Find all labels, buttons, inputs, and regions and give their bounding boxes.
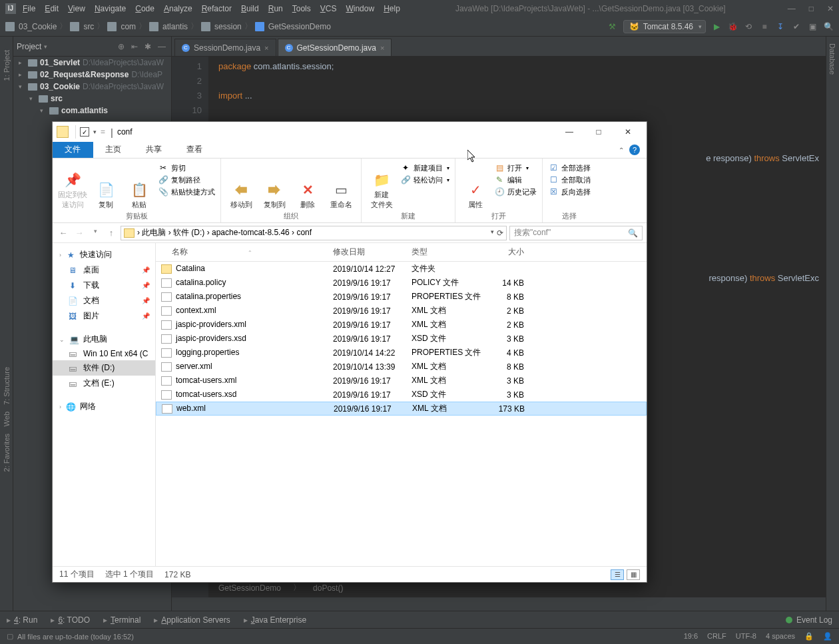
breadcrumb-5[interactable]: GetSessionDemo [268, 22, 331, 31]
ribbon-tab-share[interactable]: 共享 [134, 142, 174, 158]
sidebar-downloads[interactable]: ⬇下载📌 [53, 278, 155, 293]
ide-minimize-button[interactable]: — [788, 4, 796, 13]
explorer-close-button[interactable]: ✕ [613, 123, 643, 141]
ribbon-tab-file[interactable]: 文件 [53, 142, 93, 158]
explorer-minimize-button[interactable]: — [555, 123, 584, 141]
refresh-icon[interactable]: ⟳ [497, 228, 503, 238]
stop-icon[interactable]: ■ [759, 21, 770, 32]
cut-button[interactable]: ✂剪切 [158, 162, 215, 173]
tree-arrow-icon[interactable]: ▾ [29, 95, 36, 102]
menu-file[interactable]: File [23, 4, 35, 13]
collapse-icon[interactable]: ⇤ [131, 42, 138, 51]
bottom-tab-terminal[interactable]: ▸Terminal [103, 615, 140, 625]
sidebar-tab-project[interactable]: 1: Project [3, 50, 11, 81]
rename-button[interactable]: ▭重命名 [326, 161, 356, 210]
file-row-Catalina[interactable]: Catalina2019/10/14 12:27文件夹 [156, 262, 647, 276]
tree-arrow-icon[interactable]: ▾ [19, 83, 25, 90]
ide-breadcrumbs[interactable]: 03_Cookie〉src〉com〉atlantis〉session〉GetSe… [5, 21, 331, 32]
explorer-sidebar[interactable]: ›★快速访问 🖥桌面📌 ⬇下载📌 📄文档📌 🖼图片📌 ⌄💻此电脑 🖴Win 10… [53, 243, 156, 566]
properties-button[interactable]: ✓属性 [461, 161, 490, 210]
sidebar-desktop[interactable]: 🖥桌面📌 [53, 262, 155, 278]
tree-node-02_Request&Response[interactable]: ▸02_Request&Response D:\IdeaP [13, 69, 171, 81]
select-invert-button[interactable]: ☒反向选择 [548, 186, 591, 197]
file-row-logging.properties[interactable]: logging.properties2019/10/14 14:22PROPER… [156, 346, 647, 360]
menu-run[interactable]: Run [268, 4, 283, 13]
ide-menubar[interactable]: FileEditViewNavigateCodeAnalyzeRefactorB… [23, 4, 400, 13]
ribbon-collapse-icon[interactable]: ⌃ [619, 147, 624, 154]
nav-back-button[interactable]: ← [57, 228, 70, 238]
ribbon-tab-view[interactable]: 查看 [174, 142, 215, 158]
explorer-file-list[interactable]: 名称⌃ 修改日期 类型 大小 Catalina2019/10/14 12:27文… [156, 243, 647, 566]
help-icon[interactable]: ? [629, 145, 640, 155]
sidebar-tab-web[interactable]: Web [3, 412, 11, 426]
delete-button[interactable]: ✕删除 [293, 161, 322, 210]
hammer-icon[interactable]: ⚒ [607, 21, 618, 32]
history-button[interactable]: 🕘历史记录 [494, 186, 537, 197]
close-tab-icon[interactable]: × [264, 44, 268, 52]
menu-view[interactable]: View [68, 4, 85, 13]
menu-analyze[interactable]: Analyze [164, 4, 192, 13]
file-row-context.xml[interactable]: context.xml2019/9/16 19:17XML 文档2 KB [156, 304, 647, 318]
nav-history-button[interactable]: ▾ [89, 228, 102, 238]
gear-icon[interactable]: ✱ [144, 42, 151, 51]
tree-arrow-icon[interactable]: ▸ [19, 59, 25, 66]
path-dropdown-icon[interactable]: ▾ [491, 228, 494, 238]
copy-to-button[interactable]: 🡆复制到 [260, 161, 289, 210]
line-separator[interactable]: CRLF [707, 632, 726, 641]
cursor-position[interactable]: 19:6 [684, 632, 698, 641]
vcs-commit-icon[interactable]: ✔ [791, 21, 802, 32]
explorer-maximize-button[interactable]: □ [584, 123, 613, 141]
open-button[interactable]: ▤打开▾ [494, 162, 537, 173]
sidebar-tab-structure[interactable]: 7: Structure [3, 367, 11, 405]
sidebar-c-drive[interactable]: 🖴Win 10 Ent x64 (C [53, 347, 155, 360]
breadcrumb-0[interactable]: 03_Cookie [19, 22, 57, 31]
chevron-down-icon[interactable]: ▾ [44, 43, 47, 50]
file-row-web.xml[interactable]: web.xml2019/9/16 19:17XML 文档173 KB [156, 402, 647, 416]
menu-tools[interactable]: Tools [292, 4, 311, 13]
sidebar-documents[interactable]: 📄文档📌 [53, 293, 155, 308]
copy-button[interactable]: 📄复制 [91, 161, 121, 210]
file-row-catalina.policy[interactable]: catalina.policy2019/9/16 19:17POLICY 文件1… [156, 276, 647, 290]
bottom-tab-java-enterprise[interactable]: ▸Java Enterprise [244, 615, 306, 625]
explorer-window[interactable]: ✓ ▾ = | conf — □ ✕ 文件 主页 共享 查看 ⌃ ? 📌固定到快… [52, 121, 647, 583]
menu-refactor[interactable]: Refactor [202, 4, 232, 13]
debug-button[interactable]: 🐞 [727, 21, 738, 32]
tree-node-com.atlantis[interactable]: ▾com.atlantis [13, 105, 171, 117]
target-icon[interactable]: ⊕ [118, 42, 125, 51]
editor-tab-SessionDemo.java[interactable]: CSessionDemo.java× [174, 39, 276, 56]
select-none-button[interactable]: ☐全部取消 [548, 174, 591, 185]
explorer-ribbon[interactable]: 📌固定到快 速访问 📄复制 📋粘贴 ✂剪切 🔗复制路径 📎粘贴快捷方式 剪贴板 … [53, 158, 647, 223]
menu-build[interactable]: Build [241, 4, 259, 13]
editor-breadcrumb-method[interactable]: doPost() [313, 583, 343, 593]
file-row-server.xml[interactable]: server.xml2019/10/14 13:39XML 文档8 KB [156, 360, 647, 374]
bottom-tab-application-servers[interactable]: ▸Application Servers [154, 615, 230, 625]
sidebar-tab-favorites[interactable]: 2: Favorites [3, 434, 11, 472]
explorer-ribbon-tabs[interactable]: 文件 主页 共享 查看 ⌃ ? [53, 142, 647, 158]
sidebar-this-pc[interactable]: ⌄💻此电脑 [53, 332, 155, 347]
easy-access-button[interactable]: 🔗轻松访问▾ [400, 174, 449, 185]
view-large-icons-button[interactable]: ▦ [627, 569, 640, 580]
address-path[interactable]: › 此电脑 › 软件 (D:) › apache-tomcat-8.5.46 ›… [121, 226, 507, 240]
paste-button[interactable]: 📋粘贴 [125, 161, 154, 210]
explorer-titlebar[interactable]: ✓ ▾ = | conf — □ ✕ [53, 122, 647, 142]
edit-button[interactable]: ✎编辑 [494, 174, 537, 185]
new-item-button[interactable]: ✦新建项目▾ [400, 162, 449, 173]
editor-breadcrumb-class[interactable]: GetSessionDemo [218, 583, 281, 593]
bottom-tool-tabs[interactable]: ▸4: Run▸6: TODO▸Terminal▸Application Ser… [0, 611, 839, 628]
explorer-search-input[interactable]: 搜索"conf" 🔍 [509, 226, 643, 240]
path-seg-0[interactable]: 此电脑 [142, 228, 166, 237]
breadcrumb-2[interactable]: com [121, 22, 136, 31]
run-coverage-icon[interactable]: ⟲ [743, 21, 754, 32]
new-folder-button[interactable]: 📁新建 文件夹 [367, 161, 396, 210]
event-log-tab[interactable]: Event Log [796, 615, 832, 625]
file-row-jaspic-providers.xml[interactable]: jaspic-providers.xml2019/9/16 19:17XML 文… [156, 318, 647, 332]
path-seg-2[interactable]: apache-tomcat-8.5.46 [212, 228, 290, 237]
close-tab-icon[interactable]: × [380, 44, 384, 52]
run-config-dropdown[interactable]: 🐱 Tomcat 8.5.46 [623, 20, 706, 33]
file-list-header[interactable]: 名称⌃ 修改日期 类型 大小 [156, 243, 647, 262]
nav-up-button[interactable]: ↑ [105, 228, 118, 238]
menu-edit[interactable]: Edit [45, 4, 59, 13]
ide-window-controls[interactable]: — □ ✕ [788, 4, 834, 13]
explorer-address-bar[interactable]: ← → ▾ ↑ › 此电脑 › 软件 (D:) › apache-tomcat-… [53, 223, 647, 243]
ide-maximize-button[interactable]: □ [809, 4, 814, 13]
